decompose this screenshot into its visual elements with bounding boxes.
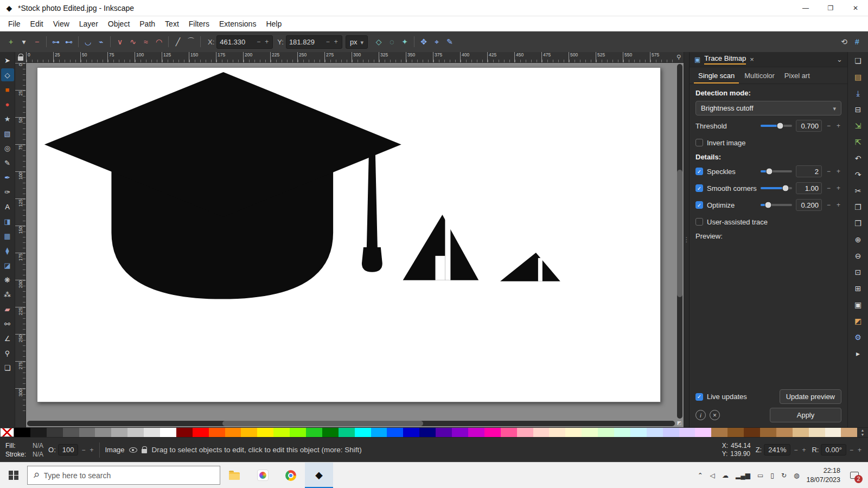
- onedrive-icon[interactable]: ☁: [722, 472, 729, 479]
- threshold-value[interactable]: 0.700: [796, 120, 822, 132]
- zoom-decrease-button[interactable]: [793, 446, 799, 454]
- menu-item[interactable]: File: [3, 17, 25, 30]
- redo-icon[interactable]: ↷: [852, 169, 864, 181]
- palette-swatch[interactable]: [306, 428, 322, 437]
- layer-visibility-icon[interactable]: [129, 447, 137, 453]
- tassel-knob[interactable]: [362, 247, 382, 272]
- palette-swatch[interactable]: [760, 428, 776, 437]
- palette-swatch[interactable]: [273, 428, 290, 437]
- palette-swatch[interactable]: [403, 428, 419, 437]
- ellipse-tool[interactable]: ●: [1, 98, 14, 111]
- palette-swatch[interactable]: [533, 428, 550, 437]
- tab-single-scan[interactable]: Single scan: [694, 70, 739, 84]
- preferences-icon[interactable]: ⚙: [852, 331, 864, 343]
- layer-name[interactable]: Image: [105, 446, 124, 454]
- palette-swatch[interactable]: [339, 428, 355, 437]
- dropper-tool[interactable]: ⧫: [1, 244, 14, 257]
- vertical-ruler[interactable]: 0255075100125150175200225250275300: [15, 63, 26, 427]
- copy-icon[interactable]: ❐: [852, 201, 864, 213]
- volume-icon[interactable]: ◁: [710, 472, 715, 479]
- menu-item[interactable]: Edit: [25, 17, 48, 30]
- expand-icon[interactable]: ▸: [852, 348, 864, 359]
- triangle-shape-right[interactable]: [500, 253, 560, 281]
- print-icon[interactable]: ⊟: [852, 104, 864, 115]
- cap-board[interactable]: [44, 72, 401, 217]
- palette-swatch[interactable]: [549, 428, 565, 437]
- zoom-in-icon[interactable]: ⊕: [852, 234, 864, 246]
- unit-select[interactable]: px: [346, 35, 368, 49]
- palette-swatch[interactable]: [419, 428, 436, 437]
- corner-node-icon[interactable]: ∨: [113, 35, 126, 48]
- palette-swatch[interactable]: [517, 428, 533, 437]
- file-explorer-button[interactable]: [220, 463, 248, 488]
- palette-swatch[interactable]: [322, 428, 339, 437]
- palette-swatch[interactable]: [647, 428, 663, 437]
- detection-mode-select[interactable]: Brightness cutoff: [695, 101, 841, 115]
- insert-node-icon[interactable]: +: [4, 35, 17, 48]
- spiral-tool[interactable]: ◎: [1, 142, 14, 155]
- palette-swatch[interactable]: [841, 428, 857, 437]
- delete-segment-icon[interactable]: ⌁: [94, 35, 107, 48]
- palette-swatch[interactable]: [47, 428, 63, 437]
- ruler-zoom-icon[interactable]: [674, 52, 684, 63]
- x-increase-button[interactable]: [264, 38, 270, 46]
- decrease-button[interactable]: [826, 168, 832, 175]
- transform-handles-icon[interactable]: ✥: [417, 35, 430, 48]
- insert-node-menu-icon[interactable]: ▾: [17, 35, 30, 48]
- sep[interactable]: [46, 36, 47, 47]
- decrease-button[interactable]: [826, 184, 832, 192]
- connector-tool[interactable]: ⚯: [1, 317, 14, 330]
- sep[interactable]: [414, 36, 414, 47]
- palette-swatch[interactable]: [355, 428, 371, 437]
- rotation-decrease-button[interactable]: [848, 446, 854, 454]
- palette-swatch[interactable]: [193, 428, 209, 437]
- palette-swatch[interactable]: [582, 428, 598, 437]
- palette-swatch[interactable]: [111, 428, 127, 437]
- taskbar-search[interactable]: [27, 466, 220, 485]
- network-icon[interactable]: ▂▄▆: [736, 472, 750, 479]
- show-handles-icon[interactable]: ⌖: [430, 35, 443, 48]
- increase-button[interactable]: [835, 184, 841, 192]
- zoom-out-icon[interactable]: ⊖: [852, 250, 864, 262]
- palette-swatch[interactable]: [809, 428, 825, 437]
- horizontal-scrollbar-thumb[interactable]: [222, 421, 423, 426]
- search-input[interactable]: [44, 471, 214, 480]
- threshold-increase-button[interactable]: [835, 122, 841, 130]
- opacity-decrease-button[interactable]: [80, 446, 86, 454]
- palette-swatch[interactable]: [127, 428, 144, 437]
- close-button[interactable]: [843, 0, 868, 16]
- rotation-value[interactable]: 0.00°: [821, 444, 846, 455]
- palette-scroll-down-icon[interactable]: ▼: [861, 433, 865, 437]
- palette-swatch[interactable]: [679, 428, 695, 437]
- auto-node-icon[interactable]: ◠: [152, 35, 165, 48]
- hidden-icons-chevron[interactable]: ⌃: [698, 472, 703, 479]
- live-updates-checkbox[interactable]: [695, 393, 703, 401]
- paste-icon[interactable]: ❒: [852, 217, 864, 229]
- palette-swatch[interactable]: [744, 428, 760, 437]
- phone-icon[interactable]: ▯: [770, 472, 774, 479]
- start-button[interactable]: [0, 463, 27, 488]
- decrease-button[interactable]: [826, 201, 832, 209]
- canvas[interactable]: [26, 63, 684, 427]
- triangle-shape-left[interactable]: [403, 215, 479, 280]
- page[interactable]: [37, 67, 661, 402]
- calligraphy-tool[interactable]: ✑: [1, 185, 14, 198]
- zoom-increase-button[interactable]: [801, 446, 807, 454]
- palette-swatch[interactable]: [711, 428, 727, 437]
- palette-swatch[interactable]: [387, 428, 403, 437]
- opacity-value[interactable]: 100: [58, 444, 79, 455]
- collapse-panel-icon[interactable]: [837, 55, 843, 63]
- rectangle-tool[interactable]: ■: [1, 83, 14, 96]
- fill-stroke-indicator[interactable]: Fill:N/A Stroke:N/A: [5, 442, 43, 458]
- minimize-button[interactable]: [793, 0, 818, 16]
- palette-swatch[interactable]: [630, 428, 647, 437]
- layer-lock-icon[interactable]: [142, 449, 147, 453]
- palette-swatch[interactable]: [63, 428, 79, 437]
- x-coordinate-field[interactable]: 461.330: [216, 35, 273, 49]
- palette-swatch[interactable]: [598, 428, 614, 437]
- export-icon[interactable]: ⇱: [852, 136, 864, 148]
- menu-item[interactable]: Layer: [74, 17, 103, 30]
- palette-swatch[interactable]: [79, 428, 95, 437]
- menu-item[interactable]: Text: [160, 17, 184, 30]
- line-segment-icon[interactable]: ╱: [171, 35, 184, 48]
